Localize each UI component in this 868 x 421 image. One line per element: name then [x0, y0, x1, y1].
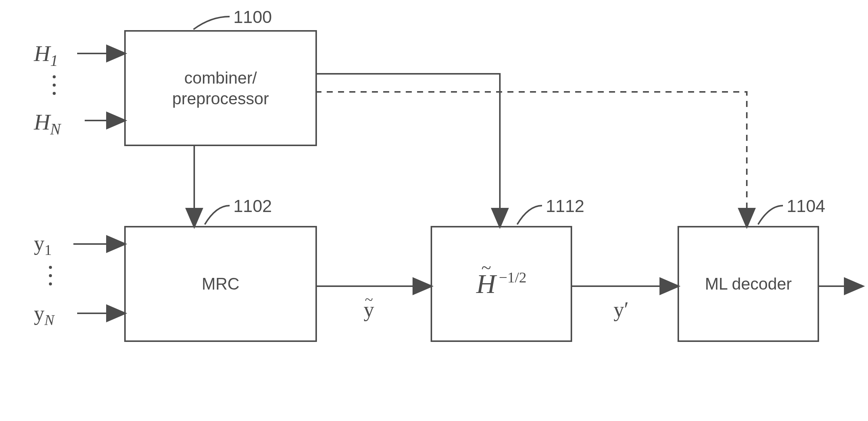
block-mrc: MRC	[124, 226, 317, 342]
block-ml-decoder: ML decoder	[678, 226, 819, 342]
h-tilde-symbol: ~ H	[476, 268, 496, 300]
combiner-label-line2: preprocessor	[172, 89, 269, 108]
block-combiner-preprocessor: combiner/ preprocessor	[124, 30, 317, 146]
input-label-H1: H1	[34, 41, 58, 70]
leader-mldec	[758, 206, 783, 224]
ref-hinv: 1112	[546, 196, 584, 216]
diagram-canvas: combiner/ preprocessor MRC ~ H −1/2 ML d…	[0, 0, 868, 421]
vdots-y-inputs	[49, 266, 52, 285]
leader-combiner	[193, 17, 230, 29]
block-h-inverse-sqrt: ~ H −1/2	[431, 226, 572, 342]
input-label-y1: y1	[34, 231, 52, 258]
ref-combiner: 1100	[233, 7, 272, 27]
h-exponent: −1/2	[499, 268, 527, 286]
signal-label-ytilde: ~ y	[364, 297, 374, 322]
input-label-yN: yN	[34, 301, 54, 328]
arrow-combiner-to-hinv	[315, 74, 500, 226]
signal-label-yprime: y′	[614, 297, 629, 322]
arrow-combiner-to-mldec-dashed	[315, 92, 747, 226]
mrc-label: MRC	[202, 275, 239, 293]
vdots-H-inputs	[53, 75, 56, 95]
input-label-HN: HN	[34, 109, 61, 138]
ref-mrc: 1102	[233, 196, 272, 216]
ml-decoder-label: ML decoder	[705, 275, 792, 293]
leader-mrc	[205, 206, 230, 224]
leader-hinv	[517, 206, 542, 224]
ref-mldec: 1104	[787, 196, 825, 216]
combiner-label-line1: combiner/	[184, 69, 257, 87]
